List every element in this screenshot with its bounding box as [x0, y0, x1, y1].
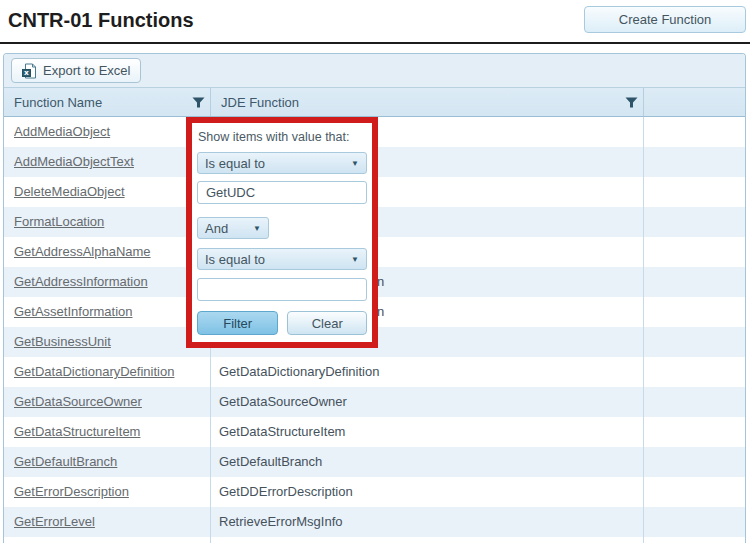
- empty-cell: [644, 357, 745, 387]
- function-name-cell: GetDataDictionaryDefinition: [4, 357, 211, 387]
- function-name-link[interactable]: DeleteMediaObject: [14, 184, 125, 199]
- function-name-cell: GetErrorDescription: [4, 477, 211, 507]
- filter-operator2-value: Is equal to: [205, 252, 265, 267]
- grid-toolbar: x Export to Excel: [4, 54, 745, 88]
- filter-logic-dropdown[interactable]: And ▼: [197, 217, 269, 239]
- jde-function-cell: GetDataDictionaryDefinition: [211, 357, 644, 387]
- function-name-link[interactable]: GetAddressAlphaName: [14, 244, 151, 259]
- function-name-cell: GetDefaultBranch: [4, 447, 211, 477]
- excel-file-icon: x: [22, 63, 37, 79]
- column-header-label: Function Name: [14, 95, 102, 110]
- function-name-link[interactable]: GetAssetInformation: [14, 304, 133, 319]
- function-name-link[interactable]: GetErrorLevel: [14, 514, 95, 529]
- funnel-icon[interactable]: [192, 96, 205, 109]
- function-name-cell: GetErrorLevel: [4, 507, 211, 537]
- create-function-button[interactable]: Create Function: [584, 6, 746, 33]
- empty-cell: [644, 117, 745, 147]
- jde-function-cell: [211, 537, 644, 543]
- filter-popup: Show items with value that: Is equal to …: [192, 123, 372, 335]
- function-name-cell: GetAddressInformation: [4, 267, 211, 297]
- function-name-link[interactable]: GetBusinessUnit: [14, 334, 111, 349]
- export-to-excel-label: Export to Excel: [43, 63, 130, 78]
- filter-operator1-value: Is equal to: [205, 156, 265, 171]
- grid-header-row: Function Name JDE Function: [4, 88, 745, 117]
- function-name-link[interactable]: GetDefaultBranch: [14, 454, 117, 469]
- filter-operator2-dropdown[interactable]: Is equal to ▼: [197, 248, 367, 270]
- filter-popup-title: Show items with value that:: [198, 130, 367, 144]
- table-row: GetErrorDescriptionGetDDErrorDescription: [4, 477, 745, 507]
- empty-cell: [644, 207, 745, 237]
- filter-value2-input[interactable]: [197, 278, 367, 301]
- chevron-down-icon: ▼: [351, 255, 359, 264]
- function-name-link[interactable]: AddMediaObjectText: [14, 154, 134, 169]
- filter-annotation: Show items with value that: Is equal to …: [186, 117, 378, 348]
- function-name-link[interactable]: GetAddressInformation: [14, 274, 148, 289]
- export-to-excel-button[interactable]: x Export to Excel: [11, 58, 141, 83]
- empty-cell: [644, 507, 745, 537]
- table-row: GetDataDictionaryDefinitionGetDataDictio…: [4, 357, 745, 387]
- empty-cell: [644, 177, 745, 207]
- empty-cell: [644, 417, 745, 447]
- table-row: GetErrorLevelRetrieveErrorMsgInfo: [4, 507, 745, 537]
- funnel-icon[interactable]: [625, 96, 638, 109]
- filter-value1-input[interactable]: [197, 181, 367, 204]
- function-name-cell: GetAssetInformation: [4, 297, 211, 327]
- empty-cell: [644, 387, 745, 417]
- svg-text:x: x: [24, 68, 29, 77]
- function-name-cell: AddMediaObjectText: [4, 147, 211, 177]
- empty-cell: [644, 477, 745, 507]
- function-name-link[interactable]: GetDataDictionaryDefinition: [14, 364, 174, 379]
- filter-button[interactable]: Filter: [197, 311, 278, 335]
- column-header-label: JDE Function: [221, 95, 299, 110]
- function-name-cell: GetAddressAlphaName: [4, 237, 211, 267]
- table-row: GetDataSourceOwnerGetDataSourceOwner: [4, 387, 745, 417]
- function-name-cell: AddMediaObject: [4, 117, 211, 147]
- filter-popup-buttons: Filter Clear: [197, 311, 367, 335]
- clear-button[interactable]: Clear: [287, 311, 367, 335]
- function-name-link[interactable]: FormatLocation: [14, 214, 104, 229]
- page-title: CNTR-01 Functions: [8, 9, 194, 32]
- chevron-down-icon: ▼: [351, 159, 359, 168]
- empty-cell: [644, 267, 745, 297]
- filter-logic-value: And: [205, 221, 228, 236]
- column-header-empty: [644, 88, 745, 116]
- table-row: GetDataStructureItemGetDataStructureItem: [4, 417, 745, 447]
- function-name-cell: GetBusinessUnit: [4, 327, 211, 357]
- empty-cell: [644, 447, 745, 477]
- chevron-down-icon: ▼: [253, 224, 261, 233]
- jde-function-cell: GetDefaultBranch: [211, 447, 644, 477]
- function-name-cell: FormatLocation: [4, 207, 211, 237]
- function-name-cell: GetDataStructureItem: [4, 417, 211, 447]
- jde-function-cell: GetDataSourceOwner: [211, 387, 644, 417]
- table-row: [4, 537, 745, 543]
- empty-cell: [644, 237, 745, 267]
- function-name-link[interactable]: GetDataStructureItem: [14, 424, 140, 439]
- jde-function-cell: GetDDErrorDescription: [211, 477, 644, 507]
- function-name-link[interactable]: AddMediaObject: [14, 124, 110, 139]
- filter-operator1-dropdown[interactable]: Is equal to ▼: [197, 152, 367, 174]
- empty-cell: [644, 297, 745, 327]
- column-header-function-name[interactable]: Function Name: [4, 88, 211, 116]
- function-name-link[interactable]: GetDataSourceOwner: [14, 394, 142, 409]
- title-divider: [0, 42, 750, 44]
- function-name-cell: [4, 537, 211, 543]
- function-name-link[interactable]: GetErrorDescription: [14, 484, 129, 499]
- jde-function-cell: RetrieveErrorMsgInfo: [211, 507, 644, 537]
- column-header-jde-function[interactable]: JDE Function: [211, 88, 644, 116]
- empty-cell: [644, 327, 745, 357]
- empty-cell: [644, 147, 745, 177]
- function-name-cell: DeleteMediaObject: [4, 177, 211, 207]
- jde-function-cell: GetDataStructureItem: [211, 417, 644, 447]
- empty-cell: [644, 537, 745, 543]
- table-row: GetDefaultBranchGetDefaultBranch: [4, 447, 745, 477]
- function-name-cell: GetDataSourceOwner: [4, 387, 211, 417]
